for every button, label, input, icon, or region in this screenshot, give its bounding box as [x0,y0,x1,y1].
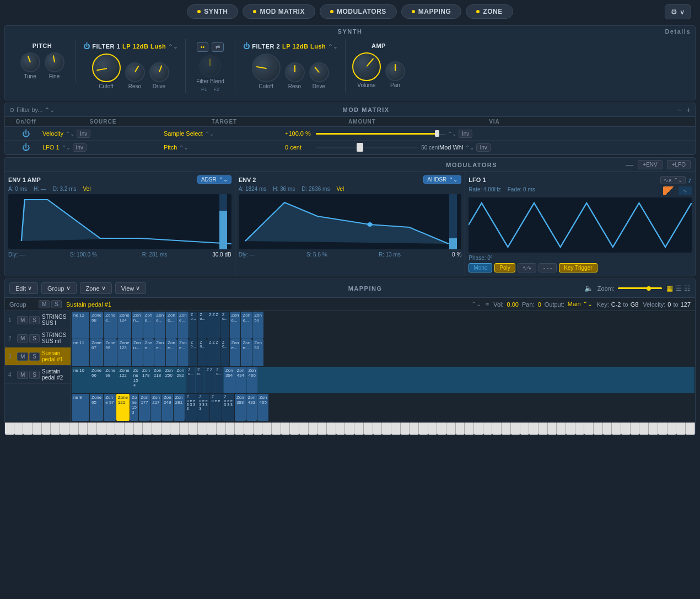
piano-key-white[interactable] [621,422,631,435]
piano-key-white[interactable] [428,422,438,435]
piano-key-white[interactable] [511,422,520,435]
piano-key-white[interactable] [529,422,539,435]
view-button[interactable]: View ∨ [115,282,147,294]
piano-key-white[interactable] [134,422,143,435]
zone-r2c4[interactable]: Zonn... [132,339,143,366]
piano-key-white[interactable] [575,422,585,435]
zone-r1c6[interactable]: Zone... [154,312,165,339]
piano-key-white[interactable] [584,422,594,435]
piano-key-white[interactable] [254,422,263,435]
filter1-reso-knob[interactable] [125,62,145,82]
zone-r3c12[interactable]: Zo... [214,367,223,394]
filter1-cutoff-knob[interactable] [92,54,121,82]
group-s-button[interactable]: S [51,300,62,308]
modulators-minus-button[interactable]: — [626,160,633,169]
zone-r1c1[interactable]: Zone68 [90,312,103,339]
zone-r4c4[interactable]: Zone153 [130,394,138,421]
g2-s-btn[interactable]: S [29,334,40,343]
tune-knob[interactable] [20,52,40,72]
piano-key-white[interactable] [492,422,502,435]
group-sort-button[interactable]: ⌃⌄ [471,301,481,308]
row2-via-arrow[interactable]: ⌃⌄ [465,145,474,151]
piano-key-white[interactable] [364,422,373,435]
zone-r1c7[interactable]: Zone... [166,312,177,339]
zone-r2c11[interactable]: Z Z Z [207,339,220,366]
piano-key-white[interactable] [437,422,446,435]
piano-key-white[interactable] [639,422,649,435]
zone-r3c14[interactable]: Zon434 [235,367,246,394]
zone-r2c15[interactable]: Zon50 [252,339,263,366]
row1-via-arrow[interactable]: ⌃⌄ [448,131,456,137]
zone-r2c6[interactable]: Zone... [154,339,165,366]
piano-key-white[interactable] [198,422,207,435]
zone-r4c8[interactable]: Zon281 [174,394,185,421]
zone-r1c5[interactable]: Zone... [143,312,154,339]
group-row-1[interactable]: 1 M S STRINGS SUS f [5,311,71,329]
row2-target-arrow[interactable]: ⌃⌄ [179,145,188,151]
row2-source-arrow[interactable]: ⌃⌄ [62,145,71,151]
env-add-button[interactable]: +ENV [638,160,662,169]
piano-key-white[interactable] [14,422,24,435]
tab-zone[interactable]: ZONE [466,4,513,19]
zone-r4c3[interactable]: Zone121 [116,394,130,421]
piano-key-white[interactable] [410,422,419,435]
filter2-cutoff-knob[interactable] [252,54,281,82]
zone-r1c14[interactable]: Zone... [241,312,252,339]
piano-key-white[interactable] [180,422,189,435]
g1-m-btn[interactable]: M [17,316,28,324]
pan-knob[interactable] [385,61,405,81]
piano-key-white[interactable] [152,422,161,435]
row1-source-inv[interactable]: Inv [77,130,90,138]
zone-r2c5[interactable]: Zone... [143,339,154,366]
g4-s-btn[interactable]: S [29,371,40,379]
tab-modulators[interactable]: MODULATORS [320,4,397,19]
filter1-power-icon[interactable]: ⏻ [83,42,90,50]
zone-r1c12[interactable]: Zo... [220,312,229,339]
zone-r2c10[interactable]: Zo... [198,339,207,366]
lfo1-wave-select[interactable]: ∿∧ ⌃⌄ [660,176,686,184]
piano-key-white[interactable] [373,422,383,435]
group-row-3[interactable]: 3 M S Sustain pedal #1 [5,347,71,366]
filter1-type-select[interactable]: LP 12dB Lush [122,43,166,50]
piano-key-white[interactable] [299,422,309,435]
piano-key-white[interactable] [42,422,51,435]
filter1-type-arrow[interactable]: ⌃⌄ [168,44,177,50]
matrix-minus-button[interactable]: − [677,105,682,114]
list-view-button[interactable]: ☰ [675,284,682,292]
row2-pitch-slider[interactable] [316,147,418,148]
piano-key-white[interactable] [97,422,106,435]
filter2-type-arrow[interactable]: ⌃⌄ [328,44,337,50]
piano-key-white[interactable] [327,422,336,435]
lfo1-wave-shape-button[interactable]: ∿∿ [518,263,536,272]
piano-key-white[interactable] [244,422,254,435]
piano-key-white[interactable] [272,422,281,435]
zone-r4c1[interactable]: Zone65 [90,394,103,421]
lfo1-poly-button[interactable]: Poly [494,263,515,272]
row1-power-button[interactable]: ⏻ [9,129,42,138]
filter2-power-icon[interactable]: ⏻ [243,42,250,50]
lfo1-dotted-button[interactable]: - - - [539,263,557,272]
group-m-button[interactable]: M [39,300,50,308]
piano-key-white[interactable] [520,422,530,435]
zone-r2c7[interactable]: Zone... [166,339,177,366]
piano-key-white[interactable] [262,422,272,435]
details-button[interactable]: Details [665,28,691,35]
g1-s-btn[interactable]: S [29,316,40,324]
piano-key-white[interactable] [161,422,171,435]
zone-r4c13[interactable]: Zon393 [235,394,246,421]
piano-key-white[interactable] [539,422,548,435]
zone-r3c9[interactable]: Zo... [186,367,195,394]
piano-key-white[interactable] [143,422,152,435]
piano-key-white[interactable] [649,422,658,435]
zone-r1c15[interactable]: Zon50 [252,312,263,339]
group-row-2[interactable]: 2 M S STRINGS SUS mf [5,329,71,347]
gear-button[interactable]: ⚙ ∨ [665,4,691,19]
env1-type[interactable]: ADSR ⌃⌄ [197,175,231,184]
piano-key-white[interactable] [235,422,244,435]
lfo1-ramp-btn[interactable] [663,186,676,195]
filter-blend-knob[interactable] [199,55,221,77]
zoom-slider[interactable] [618,287,662,289]
piano-key-white[interactable] [594,422,603,435]
output-select[interactable]: Main ⌃⌄ [568,301,593,308]
g2-m-btn[interactable]: M [17,334,28,343]
